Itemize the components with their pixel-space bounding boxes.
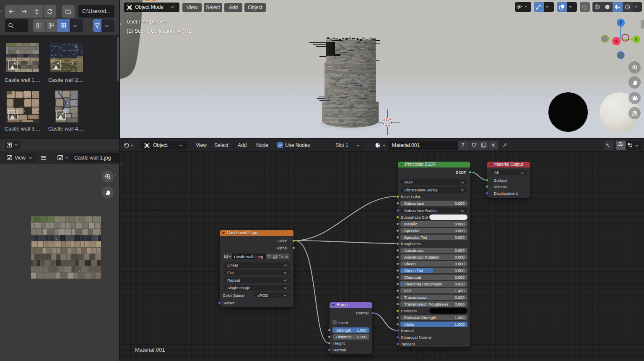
- svg-text:Y: Y: [635, 37, 638, 42]
- svg-text:Z: Z: [619, 20, 622, 25]
- svg-text:X: X: [615, 39, 618, 44]
